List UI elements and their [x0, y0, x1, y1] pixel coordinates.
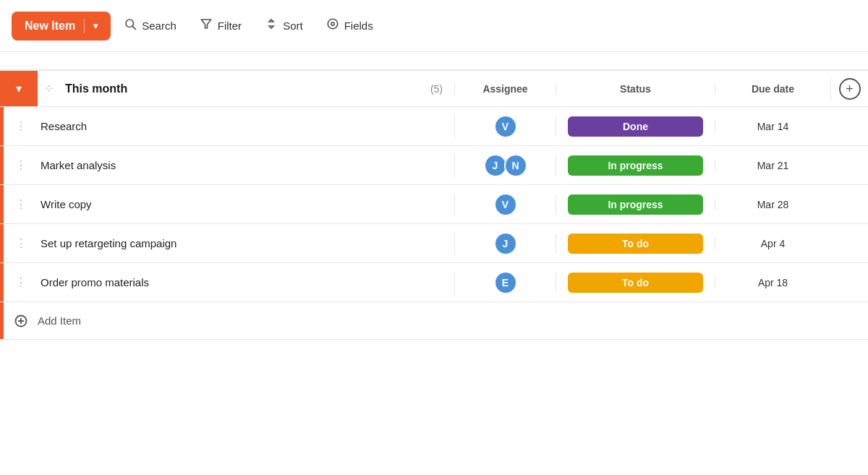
- filter-label: Filter: [218, 20, 242, 32]
- chevron-down-icon: ▾: [93, 21, 98, 31]
- svg-marker-2: [201, 20, 211, 28]
- table-row: ⋮Set up retargeting campaignJTo doApr 4: [0, 224, 868, 263]
- table-row: ⋮Market analysisJNIn progressMar 21: [0, 146, 868, 185]
- table-row: ⋮Write copyVIn progressMar 28: [0, 185, 868, 224]
- filter-icon: [200, 17, 213, 34]
- status-badge: In progress: [568, 155, 703, 176]
- status-badge: To do: [568, 234, 703, 254]
- status-badge: Done: [568, 116, 703, 137]
- new-item-label: New Item: [25, 20, 75, 33]
- group-header: ▾ ⁘ This month (5) Assignee Status Due d…: [0, 69, 868, 107]
- row-due-date: Mar 21: [715, 160, 830, 171]
- table-row: ⋮Order promo materialsETo doApr 18: [0, 263, 868, 302]
- button-divider: [84, 19, 85, 33]
- group-count: (5): [430, 83, 454, 95]
- row-due-date: Mar 28: [715, 199, 830, 210]
- avatar: V: [494, 115, 517, 138]
- column-assignee-header: Assignee: [454, 83, 556, 95]
- row-assignee-cell[interactable]: V: [454, 193, 556, 216]
- table-area: ▾ ⁘ This month (5) Assignee Status Due d…: [0, 52, 868, 340]
- column-duedate-header: Due date: [715, 83, 830, 95]
- sort-label: Sort: [283, 20, 303, 32]
- row-drag-handle[interactable]: ⋮: [4, 236, 38, 250]
- row-name: Research: [38, 120, 454, 132]
- table-row: ⋮ResearchVDoneMar 14: [0, 107, 868, 146]
- svg-point-3: [328, 19, 338, 29]
- avatar: N: [504, 154, 527, 177]
- row-assignee-cell[interactable]: JN: [454, 154, 556, 177]
- filter-button[interactable]: Filter: [190, 10, 252, 41]
- row-drag-handle[interactable]: ⋮: [4, 119, 38, 133]
- avatar: E: [494, 271, 517, 294]
- add-item-icon: [4, 314, 38, 328]
- search-label: Search: [142, 20, 176, 32]
- status-badge: To do: [568, 273, 703, 293]
- fields-button[interactable]: Fields: [316, 10, 383, 41]
- status-badge: In progress: [568, 194, 703, 215]
- row-assignee-cell[interactable]: E: [454, 271, 556, 294]
- column-add-header: +: [830, 78, 868, 100]
- avatar: J: [484, 154, 507, 177]
- row-name: Write copy: [38, 198, 454, 210]
- fields-label: Fields: [344, 20, 373, 32]
- row-due-date: Apr 4: [715, 238, 830, 249]
- avatar: J: [494, 232, 517, 255]
- row-name: Set up retargeting campaign: [38, 237, 454, 249]
- row-status-cell[interactable]: Done: [556, 116, 715, 137]
- search-button[interactable]: Search: [114, 10, 187, 41]
- row-drag-handle[interactable]: ⋮: [4, 158, 38, 172]
- row-assignee-cell[interactable]: V: [454, 115, 556, 138]
- row-drag-handle[interactable]: ⋮: [4, 275, 38, 289]
- rows-container: ⋮ResearchVDoneMar 14⋮Market analysisJNIn…: [0, 107, 868, 302]
- row-drag-handle[interactable]: ⋮: [4, 197, 38, 211]
- toolbar: New Item ▾ Search Filter Sort Fields: [0, 0, 868, 52]
- column-status-header: Status: [556, 83, 715, 95]
- avatar: V: [494, 193, 517, 216]
- new-item-button[interactable]: New Item ▾: [12, 12, 111, 40]
- row-name: Market analysis: [38, 159, 454, 171]
- svg-line-1: [133, 26, 136, 29]
- row-status-cell[interactable]: In progress: [556, 194, 715, 215]
- sort-icon: [265, 17, 278, 34]
- row-assignee-cell[interactable]: J: [454, 232, 556, 255]
- group-name: This month: [59, 82, 430, 95]
- row-name: Order promo materials: [38, 276, 454, 288]
- add-item-label: Add Item: [38, 314, 81, 327]
- search-icon: [124, 17, 137, 34]
- add-column-button[interactable]: +: [839, 78, 861, 100]
- chevron-down-icon: ▾: [16, 82, 22, 95]
- row-due-date: Apr 18: [715, 277, 830, 288]
- row-status-cell[interactable]: To do: [556, 273, 715, 293]
- group-collapse-button[interactable]: ▾: [0, 71, 38, 106]
- svg-point-4: [331, 22, 334, 26]
- group-drag-handle[interactable]: ⁘: [38, 82, 59, 95]
- fields-icon: [326, 17, 339, 34]
- row-status-cell[interactable]: To do: [556, 234, 715, 254]
- sort-button[interactable]: Sort: [255, 10, 313, 41]
- row-due-date: Mar 14: [715, 121, 830, 132]
- row-status-cell[interactable]: In progress: [556, 155, 715, 176]
- add-item-row[interactable]: Add Item: [0, 302, 868, 340]
